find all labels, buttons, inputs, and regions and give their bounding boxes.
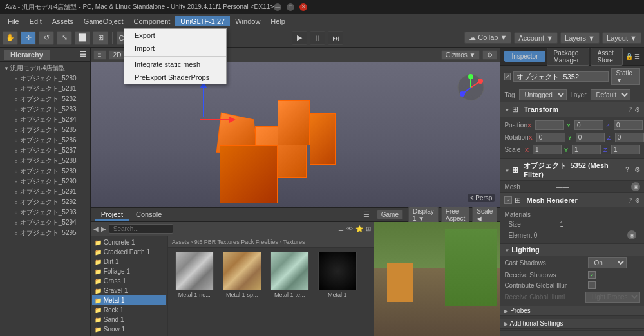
pause-button[interactable]: ⏸	[310, 31, 325, 45]
shading-btn[interactable]: ≡	[93, 50, 106, 60]
layers-button[interactable]: Layers ▼	[560, 32, 600, 44]
receive-gi-select[interactable]: Light Probes	[585, 292, 640, 303]
lighting-header[interactable]: Lighting	[500, 244, 644, 256]
tab-project[interactable]: Project	[95, 209, 129, 221]
transform-scale-tool[interactable]: ⤡	[57, 31, 72, 45]
hierarchy-menu-icon[interactable]: ☰	[80, 50, 86, 59]
hierarchy-item[interactable]: ⬦ オブジェクト_5291	[1, 187, 89, 197]
game-viewport[interactable]	[374, 222, 500, 336]
hierarchy-item[interactable]: ⬦ オブジェクト_5281	[1, 84, 89, 94]
tab-hierarchy[interactable]: Hierarchy	[4, 50, 50, 60]
hierarchy-item[interactable]: ⬦ オブジェクト_5285	[1, 125, 89, 135]
maximize-button[interactable]: □	[287, 3, 294, 11]
mesh-filter-header[interactable]: ⊞ オブジェクト_5352 (Mesh Filter) ? ⚙	[500, 159, 644, 181]
inspector-lock-icon[interactable]: 🔒	[625, 53, 633, 60]
receive-shadows-checkbox[interactable]: ✓	[588, 271, 596, 279]
lock-icon[interactable]: ⭐	[355, 225, 363, 232]
mesh-picker-btn[interactable]: ◉	[631, 182, 640, 191]
menu-unigltf[interactable]: UniGLTF-1.27	[175, 16, 230, 26]
play-button[interactable]: ▶	[292, 31, 307, 45]
rotation-y-input[interactable]	[576, 133, 605, 142]
mesh-renderer-settings-icon[interactable]: ⚙	[634, 197, 640, 204]
transform-multi-tool[interactable]: ⊞	[93, 31, 108, 45]
hierarchy-item[interactable]: ⬦ オブジェクト_5286	[1, 135, 89, 145]
layout-button[interactable]: Layout ▼	[602, 32, 641, 44]
transform-rect-tool[interactable]: ⬜	[75, 31, 90, 45]
rotation-z-input[interactable]	[615, 133, 644, 142]
menu-file[interactable]: File	[3, 16, 24, 26]
transform-hand-tool[interactable]: ✋	[3, 31, 18, 45]
object-active-checkbox[interactable]: ✓	[504, 73, 511, 80]
mesh-renderer-header[interactable]: ✓ ⊞ Mesh Renderer ? ⚙	[500, 193, 644, 207]
dropdown-import[interactable]: Import	[124, 42, 226, 55]
dropdown-integrate[interactable]: Integrate static mesh	[124, 58, 226, 71]
additional-settings-section[interactable]: Additional Settings	[500, 319, 644, 329]
hierarchy-item[interactable]: ⬦ オブジェクト_5289	[1, 166, 89, 176]
probes-section[interactable]: Probes	[500, 306, 644, 316]
project-search[interactable]	[109, 224, 173, 234]
tree-item-concrete[interactable]: 📁Concrete 1	[92, 238, 166, 247]
mesh-renderer-checkbox[interactable]: ✓	[504, 196, 512, 204]
hierarchy-item[interactable]: ⬦ オブジェクト_5283	[1, 104, 89, 115]
hierarchy-item[interactable]: ⬦ オブジェクト_5294	[1, 218, 89, 228]
asset-metal1-sp[interactable]: Metal 1-sp...	[220, 252, 265, 298]
scale-btn[interactable]: Scale ◀	[472, 207, 497, 223]
hierarchy-root[interactable]: ▼汎用モデル4店舗型	[1, 63, 89, 73]
inspector-tab[interactable]: Inspector	[504, 51, 545, 62]
tree-item-gravel[interactable]: 📁Gravel 1	[92, 286, 166, 295]
position-y-input[interactable]	[574, 120, 603, 130]
contribute-gi-checkbox[interactable]	[588, 281, 596, 289]
cast-shadows-select[interactable]: On Off	[588, 257, 627, 268]
step-button[interactable]: ⏭	[328, 31, 343, 45]
position-z-input[interactable]	[614, 120, 643, 130]
menu-edit[interactable]: Edit	[24, 16, 47, 26]
eye-icon[interactable]: 👁	[346, 225, 353, 232]
tree-item-sand[interactable]: 📁Sand 1	[92, 315, 166, 324]
object-name-input[interactable]	[513, 71, 609, 82]
transform-header[interactable]: ⊞ Transform ? ⚙	[500, 102, 644, 117]
static-dropdown[interactable]: Static ▼	[611, 68, 640, 85]
tree-item-cracked[interactable]: 📁Cracked Earth 1	[92, 247, 166, 257]
collab-button[interactable]: ☁ Collab ▼	[464, 32, 511, 44]
dropdown-export[interactable]: Export	[124, 29, 226, 42]
display-btn[interactable]: Display 1 ▼	[408, 207, 439, 223]
hierarchy-item[interactable]: ⬦ オブジェクト_5287	[1, 145, 89, 156]
mesh-renderer-help-icon[interactable]: ?	[628, 197, 632, 204]
mesh-filter-settings-icon[interactable]: ⚙	[634, 166, 640, 173]
mesh-filter-help-icon[interactable]: ?	[625, 166, 629, 173]
mat-element0-picker[interactable]: ◉	[627, 230, 636, 239]
project-menu-icon[interactable]: ☰	[363, 210, 370, 219]
transform-settings-icon[interactable]: ⚙	[634, 106, 640, 113]
back-btn[interactable]: ◀	[93, 225, 99, 232]
menu-component[interactable]: Component	[128, 16, 175, 26]
asset-metal1[interactable]: Metal 1	[315, 252, 360, 298]
tree-item-rock[interactable]: 📁Rock 1	[92, 305, 166, 315]
menu-window[interactable]: Window	[230, 16, 265, 26]
hierarchy-item[interactable]: ⬦ オブジェクト_5288	[1, 156, 89, 166]
hierarchy-item[interactable]: ⬦ オブジェクト_5293	[1, 207, 89, 218]
scale-z-input[interactable]	[611, 145, 640, 154]
tree-item-snow[interactable]: 📁Snow 1	[92, 324, 166, 334]
inspector-menu-icon[interactable]: ☰	[634, 53, 640, 60]
transform-rotate-tool[interactable]: ↺	[39, 31, 54, 45]
tree-item-foliage[interactable]: 📁Foliage 1	[92, 266, 166, 276]
layer-select[interactable]: Default	[591, 89, 630, 100]
menu-gameobject[interactable]: GameObject	[79, 16, 129, 26]
account-button[interactable]: Account ▼	[514, 32, 558, 44]
hierarchy-item[interactable]: ⬦ オブジェクト_5292	[1, 197, 89, 207]
asset-metal1-no[interactable]: Metal 1-no...	[172, 252, 217, 298]
hierarchy-item[interactable]: ⬦ オブジェクト_5284	[1, 115, 89, 125]
transform-help-icon[interactable]: ?	[628, 106, 632, 113]
tree-item-metal[interactable]: 📁Metal 1	[92, 295, 166, 305]
forward-btn[interactable]: ▶	[101, 225, 106, 232]
aspect-btn[interactable]: Free Aspect	[441, 207, 470, 223]
menu-assets[interactable]: Assets	[47, 16, 79, 26]
gizmos-btn[interactable]: Gizmos ▼	[441, 50, 480, 60]
hierarchy-item[interactable]: ⬦ オブジェクト_5282	[1, 94, 89, 104]
search-scene-btn[interactable]: ⚙	[482, 50, 497, 60]
dropdown-preexport[interactable]: PreExport ShaderProps	[124, 71, 226, 84]
transform-move-tool[interactable]: ✛	[21, 31, 36, 45]
close-button[interactable]: ✕	[299, 3, 307, 11]
tab-console[interactable]: Console	[129, 209, 168, 221]
tree-item-dirt[interactable]: 📁Dirt 1	[92, 257, 166, 266]
